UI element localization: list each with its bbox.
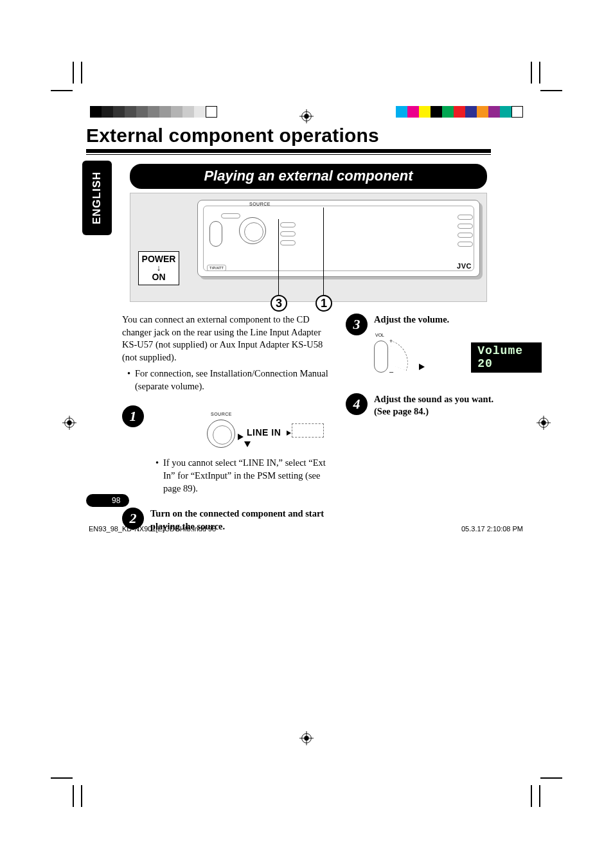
crop-mark: [81, 62, 82, 84]
brand-label: JVC: [457, 262, 472, 270]
page-number-badge: 98: [86, 494, 129, 507]
step4-line1: Adjust the sound as you want.: [374, 393, 542, 406]
line-in-label: LINE IN: [247, 427, 291, 438]
intro-bullet: For connection, see Installation/Connect…: [127, 368, 330, 393]
callout-number-1: 1: [315, 295, 332, 312]
leader-line: [278, 219, 279, 304]
language-tab-label: ENGLISH: [91, 172, 103, 225]
display-placeholder-icon: [292, 423, 324, 438]
vol-label: VOL: [375, 333, 384, 337]
crop-mark: [51, 777, 73, 779]
registration-mark-icon: [299, 109, 314, 123]
crop-mark: [51, 90, 73, 91]
callout-number-3: 3: [271, 295, 287, 312]
step4-line2: (See page 84.): [374, 405, 542, 418]
title-rule: [86, 149, 491, 153]
crop-mark: [539, 785, 540, 807]
button-column-icon: [280, 222, 296, 245]
step-4: 4 Adjust the sound as you want. (See pag…: [346, 393, 542, 418]
step3-heading: Adjust the volume.: [374, 314, 542, 326]
right-column: 3 Adjust the volume. VOL + – Volume 20: [346, 314, 542, 533]
step-3: 3 Adjust the volume. VOL + – Volume 20: [346, 314, 542, 380]
title-rule-thin: [86, 154, 491, 155]
face-button-icon: [221, 213, 240, 218]
crop-mark: [81, 785, 82, 807]
page-content: ENGLISH External component operations Pl…: [86, 125, 526, 533]
intro-text: You can connect an external component to…: [122, 314, 330, 364]
down-arrow-icon: [244, 441, 251, 447]
registration-mark-icon: [299, 731, 314, 745]
crop-mark: [531, 785, 532, 807]
step-number: 1: [122, 405, 144, 427]
left-column: You can connect an external component to…: [122, 314, 330, 533]
right-arrow-icon: [238, 431, 244, 444]
step-1: 1 SOURCE LINE IN If you cannot select “L: [122, 405, 330, 495]
volume-rocker-icon: [209, 221, 222, 247]
source-dial-illustration: SOURCE LINE IN: [182, 408, 330, 453]
source-dial-icon: [239, 217, 266, 244]
footer-filename: EN93_98_KD-NX901[E]CDCHfb.indd 98: [89, 525, 216, 533]
leader-line: [323, 208, 324, 304]
stereo-outline: SOURCE JVC T/P/ATT: [197, 200, 480, 277]
volume-knob-illustration: VOL + –: [374, 335, 439, 380]
source-dial-icon: [207, 420, 235, 448]
step1-bullet: If you cannot select “LINE IN,” select “…: [155, 457, 330, 495]
step-number: 3: [346, 314, 368, 335]
source-label: SOURCE: [211, 412, 232, 416]
footer-timestamp: 05.3.17 2:10:08 PM: [461, 525, 523, 533]
crop-mark: [539, 62, 540, 84]
step-number: 4: [346, 393, 368, 415]
att-label: T/P/ATT: [207, 265, 226, 271]
source-label: SOURCE: [249, 202, 271, 206]
crop-mark: [540, 90, 562, 91]
crop-mark: [531, 62, 532, 84]
head-unit-illustration: SOURCE JVC T/P/ATT POWER ↓ ON 3 1: [130, 193, 487, 302]
print-footer: EN93_98_KD-NX901[E]CDCHfb.indd 98 05.3.1…: [86, 525, 526, 533]
minus-icon: –: [389, 368, 393, 375]
language-tab: ENGLISH: [82, 161, 112, 235]
volume-display: Volume 20: [471, 342, 542, 373]
right-arrow-icon: [419, 361, 425, 374]
power-on-callout: POWER ↓ ON: [138, 251, 179, 285]
crop-mark: [540, 777, 562, 779]
registration-mark-icon: [62, 416, 76, 430]
section-heading: Playing an external component: [130, 164, 487, 189]
page-title: External component operations: [86, 125, 526, 146]
page-number: 98: [112, 496, 120, 505]
button-column-icon: [458, 215, 473, 247]
down-arrow-icon: ↓: [139, 264, 179, 272]
power-label-line2: ON: [139, 272, 179, 282]
color-calibration-bar: [396, 106, 523, 118]
crop-mark: [73, 62, 74, 84]
motion-arc-icon: [385, 341, 414, 370]
volume-rocker-icon: [374, 341, 388, 373]
grayscale-calibration-bar: [90, 106, 217, 118]
crop-mark: [73, 785, 74, 807]
